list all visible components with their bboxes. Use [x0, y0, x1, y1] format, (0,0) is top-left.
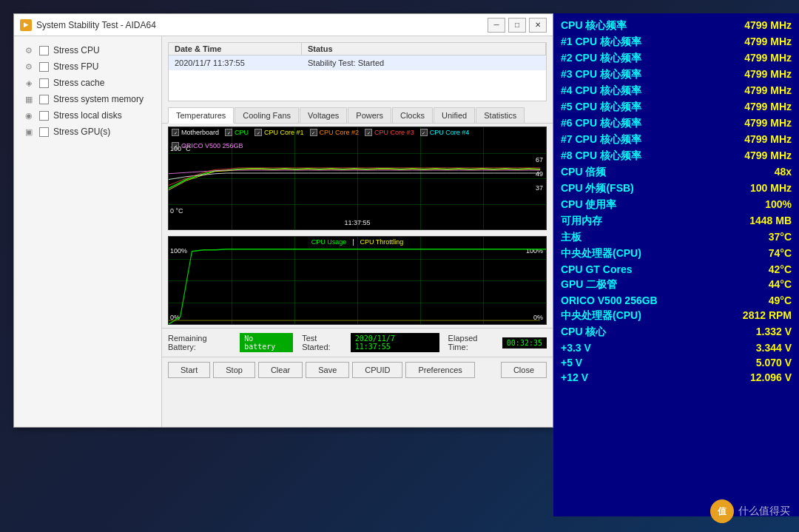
test-started-value: 2020/11/7 11:37:55: [351, 333, 439, 352]
elapsed-label: Elapsed Time:: [448, 334, 499, 351]
tab-cooling-fans[interactable]: Cooling Fans: [235, 107, 299, 123]
main-window: ▶ System Stability Test - AIDA64 ─ □ ✕ ⚙…: [13, 13, 553, 428]
right-panel: Date & Time Status 2020/11/7 11:37:55 St…: [162, 36, 553, 427]
log-datetime: 2020/11/7 11:37:55: [169, 57, 302, 69]
stat-name: GPU 二极管: [561, 278, 617, 292]
checkbox-stress-fpu[interactable]: [39, 62, 49, 72]
stat-name: #8 CPU 核心频率: [561, 149, 641, 163]
stat-name: ORICO V500 256GB: [561, 294, 658, 306]
battery-label: Remaining Battery:: [168, 334, 237, 351]
sidebar-item-stress-memory[interactable]: ▦ Stress system memory: [20, 91, 155, 107]
stat-name: +3.3 V: [561, 342, 591, 354]
stat-name: CPU 核心频率: [561, 19, 627, 33]
start-button[interactable]: Start: [168, 362, 210, 378]
stat-name: +12 V: [561, 371, 588, 383]
checkbox-stress-cpu[interactable]: [39, 46, 49, 55]
legend-motherboard: ✓ Motherboard: [172, 129, 219, 136]
cache-icon: ◈: [23, 77, 35, 89]
disk-icon: ◉: [23, 110, 35, 121]
usage-chart: CPU Usage | CPU Throttling 100% 0% 100% …: [168, 236, 547, 325]
test-started-status: Test Started: 2020/11/7 11:37:55: [302, 333, 439, 352]
maximize-button[interactable]: □: [508, 18, 526, 33]
minimize-button[interactable]: ─: [488, 18, 505, 33]
stat-value: 4799 MHz: [744, 149, 792, 161]
tab-unified[interactable]: Unified: [434, 107, 475, 123]
stop-button[interactable]: Stop: [213, 362, 255, 378]
battery-value: No battery: [240, 333, 293, 352]
stat-row: #4 CPU 核心频率4799 MHz: [561, 83, 792, 99]
stats-container: CPU 核心频率4799 MHz#1 CPU 核心频率4799 MHz#2 CP…: [561, 18, 792, 385]
stat-value: 4799 MHz: [744, 117, 792, 129]
stat-row: ORICO V500 256GB49°C: [561, 293, 792, 308]
stat-row: #6 CPU 核心频率4799 MHz: [561, 115, 792, 132]
checkbox-stress-cache[interactable]: [39, 78, 49, 88]
clear-button[interactable]: Clear: [258, 362, 303, 378]
stat-value: 4799 MHz: [744, 52, 792, 64]
stat-row: #7 CPU 核心频率4799 MHz: [561, 132, 792, 148]
elapsed-status: Elapsed Time: 00:32:35: [448, 334, 547, 351]
tab-powers[interactable]: Powers: [348, 107, 391, 123]
close-button[interactable]: Close: [501, 362, 547, 378]
preferences-button[interactable]: Preferences: [405, 362, 474, 378]
legend-core4: ✓ CPU Core #4: [420, 129, 470, 136]
sidebar: ⚙ Stress CPU ⚙ Stress FPU ◈ Stress cache…: [14, 36, 162, 427]
stat-value: 1448 MB: [749, 215, 792, 226]
tab-voltages[interactable]: Voltages: [300, 107, 347, 123]
stat-row: +3.3 V3.344 V: [561, 340, 792, 355]
sidebar-item-stress-disks[interactable]: ◉ Stress local disks: [20, 107, 155, 124]
stat-row: CPU 使用率100%: [561, 197, 792, 213]
memory-icon: ▦: [23, 93, 35, 105]
sidebar-item-stress-cache[interactable]: ◈ Stress cache: [20, 75, 155, 91]
stat-row: +12 V12.096 V: [561, 370, 792, 385]
cpu-icon: ⚙: [23, 44, 35, 56]
stat-name: CPU 倍频: [561, 166, 606, 179]
watermark: 值 什么值得买: [710, 499, 790, 523]
stat-row: +5 V5.070 V: [561, 355, 792, 370]
log-col-status: Status: [302, 43, 546, 55]
test-started-label: Test Started:: [302, 334, 348, 351]
stat-name: #6 CPU 核心频率: [561, 117, 641, 130]
tab-bar: Temperatures Cooling Fans Voltages Power…: [162, 107, 553, 124]
stress-fpu-label: Stress FPU: [53, 61, 98, 72]
stat-name: CPU 核心: [561, 326, 606, 339]
stat-value: 100 MHz: [750, 182, 792, 194]
tab-temperatures[interactable]: Temperatures: [168, 107, 234, 124]
temp-chart-legend: ✓ Motherboard ✓ CPU ✓ CPU Core #1 ✓ CPU …: [172, 129, 546, 149]
stat-name: CPU GT Cores: [561, 263, 632, 275]
elapsed-value: 00:32:35: [502, 337, 547, 349]
stat-row: 可用内存1448 MB: [561, 213, 792, 229]
stat-value: 100%: [765, 198, 792, 210]
stat-name: 主板: [561, 231, 581, 244]
stat-row: CPU GT Cores42°C: [561, 262, 792, 277]
checkbox-stress-memory[interactable]: [39, 95, 49, 104]
sidebar-item-stress-cpu[interactable]: ⚙ Stress CPU: [20, 42, 155, 58]
window-close-button[interactable]: ✕: [529, 18, 547, 33]
save-button[interactable]: Save: [306, 362, 349, 378]
usage-label-cpu: CPU Usage: [311, 238, 347, 246]
stat-name: CPU 外频(FSB): [561, 182, 634, 195]
usage-chart-svg: [169, 237, 546, 324]
legend-core3: ✓ CPU Core #3: [365, 129, 414, 136]
temp-time: 11:37:55: [344, 219, 370, 226]
tab-statistics[interactable]: Statistics: [476, 107, 525, 123]
cpuid-button[interactable]: CPUID: [352, 362, 402, 378]
stat-name: 中央处理器(CPU): [561, 247, 641, 260]
stat-value: 4799 MHz: [744, 19, 792, 31]
stat-value: 74°C: [769, 247, 792, 259]
checkbox-stress-gpu[interactable]: [39, 127, 49, 137]
log-header: Date & Time Status: [169, 43, 546, 55]
stat-row: #5 CPU 核心频率4799 MHz: [561, 99, 792, 115]
sidebar-item-stress-gpu[interactable]: ▣ Stress GPU(s): [20, 124, 155, 140]
sidebar-item-stress-fpu[interactable]: ⚙ Stress FPU: [20, 58, 155, 75]
stat-value: 1.332 V: [756, 326, 792, 337]
stress-disks-label: Stress local disks: [53, 110, 122, 121]
log-row: 2020/11/7 11:37:55 Stability Test: Start…: [169, 55, 546, 70]
stat-value: 12.096 V: [750, 371, 792, 383]
stat-name: #7 CPU 核心频率: [561, 133, 641, 147]
stat-value: 4799 MHz: [744, 68, 792, 80]
checkbox-stress-disks[interactable]: [39, 111, 49, 121]
stat-name: #2 CPU 核心频率: [561, 52, 641, 65]
battery-status: Remaining Battery: No battery: [168, 333, 293, 352]
tab-clocks[interactable]: Clocks: [392, 107, 433, 123]
stat-row: #2 CPU 核心频率4799 MHz: [561, 50, 792, 67]
